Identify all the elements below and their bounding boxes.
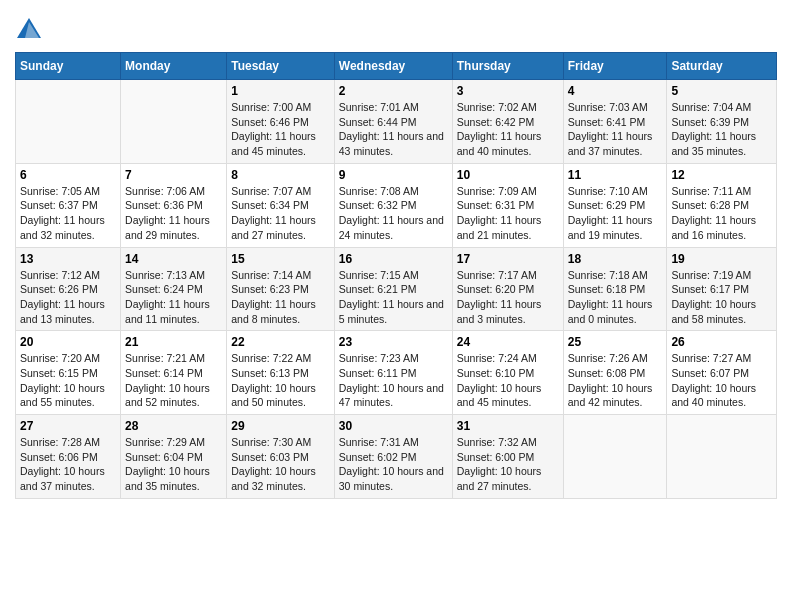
calendar-cell: 20Sunrise: 7:20 AMSunset: 6:15 PMDayligh… [16, 331, 121, 415]
calendar-cell: 4Sunrise: 7:03 AMSunset: 6:41 PMDaylight… [563, 80, 667, 164]
day-info: Sunrise: 7:05 AMSunset: 6:37 PMDaylight:… [20, 184, 116, 243]
day-number: 2 [339, 84, 448, 98]
day-number: 19 [671, 252, 772, 266]
header-day-wednesday: Wednesday [334, 53, 452, 80]
day-info: Sunrise: 7:20 AMSunset: 6:15 PMDaylight:… [20, 351, 116, 410]
week-row-1: 1Sunrise: 7:00 AMSunset: 6:46 PMDaylight… [16, 80, 777, 164]
calendar-cell: 29Sunrise: 7:30 AMSunset: 6:03 PMDayligh… [227, 415, 335, 499]
calendar-cell: 22Sunrise: 7:22 AMSunset: 6:13 PMDayligh… [227, 331, 335, 415]
day-number: 22 [231, 335, 330, 349]
day-info: Sunrise: 7:30 AMSunset: 6:03 PMDaylight:… [231, 435, 330, 494]
day-number: 26 [671, 335, 772, 349]
day-info: Sunrise: 7:07 AMSunset: 6:34 PMDaylight:… [231, 184, 330, 243]
calendar-cell: 28Sunrise: 7:29 AMSunset: 6:04 PMDayligh… [121, 415, 227, 499]
header-day-sunday: Sunday [16, 53, 121, 80]
day-info: Sunrise: 7:14 AMSunset: 6:23 PMDaylight:… [231, 268, 330, 327]
calendar-cell: 21Sunrise: 7:21 AMSunset: 6:14 PMDayligh… [121, 331, 227, 415]
calendar-cell: 12Sunrise: 7:11 AMSunset: 6:28 PMDayligh… [667, 163, 777, 247]
day-info: Sunrise: 7:26 AMSunset: 6:08 PMDaylight:… [568, 351, 663, 410]
day-number: 21 [125, 335, 222, 349]
calendar-cell: 5Sunrise: 7:04 AMSunset: 6:39 PMDaylight… [667, 80, 777, 164]
day-info: Sunrise: 7:02 AMSunset: 6:42 PMDaylight:… [457, 100, 559, 159]
calendar-cell: 24Sunrise: 7:24 AMSunset: 6:10 PMDayligh… [452, 331, 563, 415]
day-number: 11 [568, 168, 663, 182]
day-number: 28 [125, 419, 222, 433]
day-info: Sunrise: 7:00 AMSunset: 6:46 PMDaylight:… [231, 100, 330, 159]
calendar-cell: 7Sunrise: 7:06 AMSunset: 6:36 PMDaylight… [121, 163, 227, 247]
calendar-cell: 18Sunrise: 7:18 AMSunset: 6:18 PMDayligh… [563, 247, 667, 331]
day-number: 6 [20, 168, 116, 182]
calendar-cell [121, 80, 227, 164]
calendar-header: SundayMondayTuesdayWednesdayThursdayFrid… [16, 53, 777, 80]
day-number: 7 [125, 168, 222, 182]
day-number: 20 [20, 335, 116, 349]
day-info: Sunrise: 7:10 AMSunset: 6:29 PMDaylight:… [568, 184, 663, 243]
calendar-cell: 11Sunrise: 7:10 AMSunset: 6:29 PMDayligh… [563, 163, 667, 247]
calendar-cell: 2Sunrise: 7:01 AMSunset: 6:44 PMDaylight… [334, 80, 452, 164]
day-info: Sunrise: 7:29 AMSunset: 6:04 PMDaylight:… [125, 435, 222, 494]
day-info: Sunrise: 7:04 AMSunset: 6:39 PMDaylight:… [671, 100, 772, 159]
header-day-thursday: Thursday [452, 53, 563, 80]
header-day-monday: Monday [121, 53, 227, 80]
week-row-5: 27Sunrise: 7:28 AMSunset: 6:06 PMDayligh… [16, 415, 777, 499]
calendar-body: 1Sunrise: 7:00 AMSunset: 6:46 PMDaylight… [16, 80, 777, 499]
day-info: Sunrise: 7:15 AMSunset: 6:21 PMDaylight:… [339, 268, 448, 327]
logo-icon [15, 16, 43, 44]
day-number: 17 [457, 252, 559, 266]
header-day-tuesday: Tuesday [227, 53, 335, 80]
logo [15, 16, 47, 44]
day-number: 25 [568, 335, 663, 349]
calendar-table: SundayMondayTuesdayWednesdayThursdayFrid… [15, 52, 777, 499]
day-number: 18 [568, 252, 663, 266]
day-number: 16 [339, 252, 448, 266]
day-info: Sunrise: 7:18 AMSunset: 6:18 PMDaylight:… [568, 268, 663, 327]
calendar-cell [16, 80, 121, 164]
header-day-saturday: Saturday [667, 53, 777, 80]
day-number: 23 [339, 335, 448, 349]
calendar-cell [667, 415, 777, 499]
day-info: Sunrise: 7:22 AMSunset: 6:13 PMDaylight:… [231, 351, 330, 410]
day-info: Sunrise: 7:27 AMSunset: 6:07 PMDaylight:… [671, 351, 772, 410]
day-info: Sunrise: 7:06 AMSunset: 6:36 PMDaylight:… [125, 184, 222, 243]
day-info: Sunrise: 7:32 AMSunset: 6:00 PMDaylight:… [457, 435, 559, 494]
calendar-cell: 31Sunrise: 7:32 AMSunset: 6:00 PMDayligh… [452, 415, 563, 499]
day-number: 3 [457, 84, 559, 98]
day-number: 9 [339, 168, 448, 182]
day-info: Sunrise: 7:23 AMSunset: 6:11 PMDaylight:… [339, 351, 448, 410]
day-info: Sunrise: 7:17 AMSunset: 6:20 PMDaylight:… [457, 268, 559, 327]
day-number: 5 [671, 84, 772, 98]
day-info: Sunrise: 7:13 AMSunset: 6:24 PMDaylight:… [125, 268, 222, 327]
day-info: Sunrise: 7:24 AMSunset: 6:10 PMDaylight:… [457, 351, 559, 410]
day-info: Sunrise: 7:19 AMSunset: 6:17 PMDaylight:… [671, 268, 772, 327]
week-row-4: 20Sunrise: 7:20 AMSunset: 6:15 PMDayligh… [16, 331, 777, 415]
day-number: 10 [457, 168, 559, 182]
day-info: Sunrise: 7:21 AMSunset: 6:14 PMDaylight:… [125, 351, 222, 410]
calendar-cell: 1Sunrise: 7:00 AMSunset: 6:46 PMDaylight… [227, 80, 335, 164]
day-number: 14 [125, 252, 222, 266]
calendar-cell: 15Sunrise: 7:14 AMSunset: 6:23 PMDayligh… [227, 247, 335, 331]
calendar-cell: 3Sunrise: 7:02 AMSunset: 6:42 PMDaylight… [452, 80, 563, 164]
week-row-2: 6Sunrise: 7:05 AMSunset: 6:37 PMDaylight… [16, 163, 777, 247]
calendar-cell: 9Sunrise: 7:08 AMSunset: 6:32 PMDaylight… [334, 163, 452, 247]
day-info: Sunrise: 7:12 AMSunset: 6:26 PMDaylight:… [20, 268, 116, 327]
day-info: Sunrise: 7:03 AMSunset: 6:41 PMDaylight:… [568, 100, 663, 159]
calendar-cell: 26Sunrise: 7:27 AMSunset: 6:07 PMDayligh… [667, 331, 777, 415]
calendar-cell: 8Sunrise: 7:07 AMSunset: 6:34 PMDaylight… [227, 163, 335, 247]
day-info: Sunrise: 7:11 AMSunset: 6:28 PMDaylight:… [671, 184, 772, 243]
week-row-3: 13Sunrise: 7:12 AMSunset: 6:26 PMDayligh… [16, 247, 777, 331]
day-info: Sunrise: 7:08 AMSunset: 6:32 PMDaylight:… [339, 184, 448, 243]
day-number: 15 [231, 252, 330, 266]
day-number: 1 [231, 84, 330, 98]
day-info: Sunrise: 7:28 AMSunset: 6:06 PMDaylight:… [20, 435, 116, 494]
calendar-cell: 16Sunrise: 7:15 AMSunset: 6:21 PMDayligh… [334, 247, 452, 331]
day-number: 8 [231, 168, 330, 182]
day-number: 31 [457, 419, 559, 433]
calendar-cell: 30Sunrise: 7:31 AMSunset: 6:02 PMDayligh… [334, 415, 452, 499]
calendar-cell: 14Sunrise: 7:13 AMSunset: 6:24 PMDayligh… [121, 247, 227, 331]
day-number: 24 [457, 335, 559, 349]
calendar-cell: 13Sunrise: 7:12 AMSunset: 6:26 PMDayligh… [16, 247, 121, 331]
calendar-cell: 6Sunrise: 7:05 AMSunset: 6:37 PMDaylight… [16, 163, 121, 247]
calendar-cell: 10Sunrise: 7:09 AMSunset: 6:31 PMDayligh… [452, 163, 563, 247]
header-row: SundayMondayTuesdayWednesdayThursdayFrid… [16, 53, 777, 80]
header-day-friday: Friday [563, 53, 667, 80]
